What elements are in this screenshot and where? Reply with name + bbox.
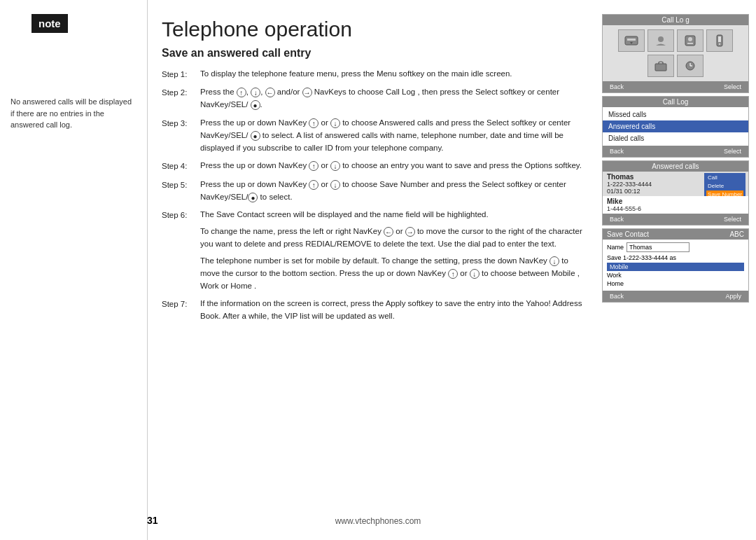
svg-rect-6	[687, 43, 693, 44]
panel1-header: Call Lo g	[603, 15, 748, 25]
svg-rect-8	[718, 36, 721, 42]
panel1-back-button[interactable]: Back	[606, 83, 628, 91]
menu-item-missed[interactable]: Missed calls	[603, 109, 748, 120]
panel4-apply-button[interactable]: Apply	[721, 292, 746, 300]
svg-rect-1	[627, 39, 636, 41]
panel2-back-button[interactable]: Back	[606, 147, 628, 155]
menu-item-answered[interactable]: Answered calls	[603, 120, 748, 132]
icon-phone2	[677, 29, 704, 52]
step-4-text: Press the up or down NavKey ↑ or ↓ to ch…	[200, 160, 588, 172]
step-7-label: Step 7:	[162, 298, 200, 310]
icon-mobile	[706, 29, 733, 52]
name-row: Name	[607, 242, 744, 252]
name-label: Name	[607, 244, 624, 251]
step-2: Step 2: Press the ↑, ↓, ← and/or → NavKe…	[162, 86, 588, 111]
step-6-text: The Save Contact screen will be displaye…	[200, 209, 588, 292]
step-2-label: Step 2:	[162, 86, 200, 99]
note-text: No answered calls will be displayed if t…	[10, 96, 136, 131]
type-work[interactable]: Work	[607, 271, 744, 279]
page-title: Telephone operation	[162, 18, 588, 41]
answered-calls-body: Thomas 1-222-333-4444 01/31 00:12 Call D…	[603, 172, 748, 214]
note-sidebar: note No answered calls will be displayed…	[0, 0, 147, 540]
panel1-icons	[603, 25, 748, 81]
panel2-select-button[interactable]: Select	[720, 147, 746, 155]
panel3-back-button[interactable]: Back	[606, 215, 628, 223]
name-input[interactable]	[626, 242, 690, 252]
step-5-label: Step 5:	[162, 179, 200, 191]
icon-contact	[648, 29, 674, 52]
svg-point-9	[719, 43, 720, 45]
mike-number: 1-444-555-6	[607, 205, 744, 212]
call-entry-thomas[interactable]: Thomas 1-222-333-4444 01/31 00:12 Call D…	[603, 172, 748, 196]
panel4-header: Save Contact ABC	[603, 229, 748, 240]
type-list: Mobile Work Home	[607, 263, 744, 288]
step-list: Step 1: To display the telephone feature…	[162, 68, 588, 323]
icon-phone	[618, 29, 645, 52]
panel-calllog-menu: Call Log Missed calls Answered calls Dia…	[602, 96, 749, 158]
svg-rect-10	[655, 64, 666, 71]
ctx-call[interactable]: Call	[706, 174, 743, 181]
panel3-select-button[interactable]: Select	[720, 215, 746, 223]
mike-name: Mike	[607, 198, 744, 205]
step-4: Step 4: Press the up or down NavKey ↑ or…	[162, 160, 588, 172]
panel4-back-button[interactable]: Back	[606, 292, 628, 300]
step-1-text: To display the telephone feature menu, p…	[200, 68, 588, 81]
type-home[interactable]: Home	[607, 279, 744, 288]
step-5: Step 5: Press the up or down NavKey ↑ or…	[162, 179, 588, 204]
panel1-buttons: Back Select	[603, 81, 748, 92]
step-3-text: Press the up or down NavKey ↑ or ↓ to ch…	[200, 117, 588, 154]
step-2-text: Press the ↑, ↓, ← and/or → NavKeys to ch…	[200, 86, 588, 111]
step-1: Step 1: To display the telephone feature…	[162, 68, 588, 81]
panel3-header: Answered calls	[603, 161, 748, 172]
menu-list: Missed calls Answered calls Dialed calls	[603, 107, 748, 146]
step-6-label: Step 6:	[162, 209, 200, 221]
type-mobile[interactable]: Mobile	[607, 263, 744, 271]
main-content: Telephone operation Save an answered cal…	[147, 0, 602, 540]
panel-save-contact: Save Contact ABC Name Save 1-222-333-444…	[602, 228, 749, 303]
step-7: Step 7: If the information on the screen…	[162, 298, 588, 323]
step-1-label: Step 1:	[162, 68, 200, 81]
panel-calllog-icons: Call Lo g	[602, 14, 749, 93]
save-as-text: Save 1-222-333-4444 as	[607, 254, 744, 261]
menu-item-dialed[interactable]: Dialed calls	[603, 132, 748, 144]
panel4-title: Save Contact	[607, 230, 649, 238]
panel2-buttons: Back Select	[603, 146, 748, 157]
step-3-label: Step 3:	[162, 117, 200, 130]
ctx-delete[interactable]: Delete	[706, 182, 743, 190]
panel2-header: Call Log	[603, 97, 748, 107]
panel3-buttons: Back Select	[603, 214, 748, 225]
step-3: Step 3: Press the up or down NavKey ↑ or…	[162, 117, 588, 154]
svg-point-3	[658, 36, 664, 42]
svg-point-5	[688, 37, 692, 41]
step-7-text: If the information on the screen is corr…	[200, 298, 588, 323]
section-title: Save an answered call entry	[162, 47, 588, 60]
icon-briefcase	[648, 55, 674, 77]
panel4-abc: ABC	[729, 230, 744, 238]
save-contact-body: Name Save 1-222-333-4444 as Mobile Work …	[603, 240, 748, 291]
call-entry-mike[interactable]: Mike 1-444-555-6	[603, 196, 748, 214]
step-5-text: Press the up or down NavKey ↑ or ↓ to ch…	[200, 179, 588, 204]
note-label: note	[31, 14, 68, 33]
panel1-select-button[interactable]: Select	[720, 83, 746, 91]
phone-panels: Call Lo g	[602, 0, 756, 540]
step-4-label: Step 4:	[162, 160, 200, 172]
icon-clock	[677, 55, 704, 77]
step-6: Step 6: The Save Contact screen will be …	[162, 209, 588, 292]
panel-answered-calls: Answered calls Thomas 1-222-333-4444 01/…	[602, 160, 749, 226]
panel4-buttons: Back Apply	[603, 291, 748, 302]
